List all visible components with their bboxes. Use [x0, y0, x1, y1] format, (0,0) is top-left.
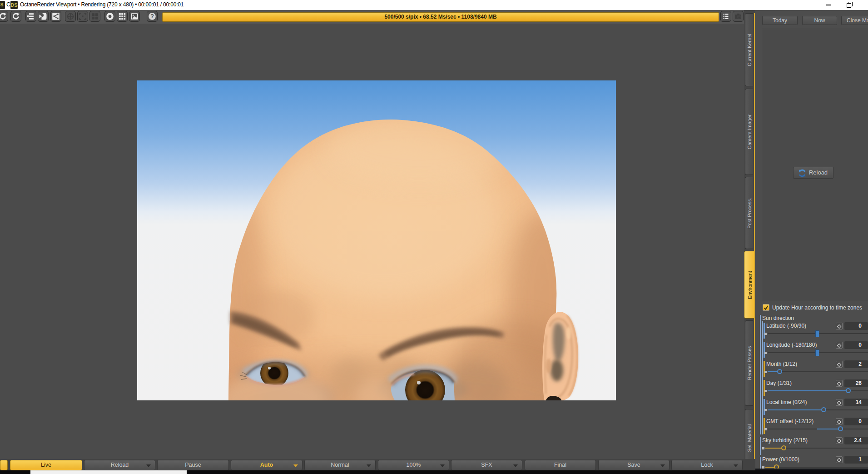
svg-text:?: ?	[150, 13, 154, 20]
